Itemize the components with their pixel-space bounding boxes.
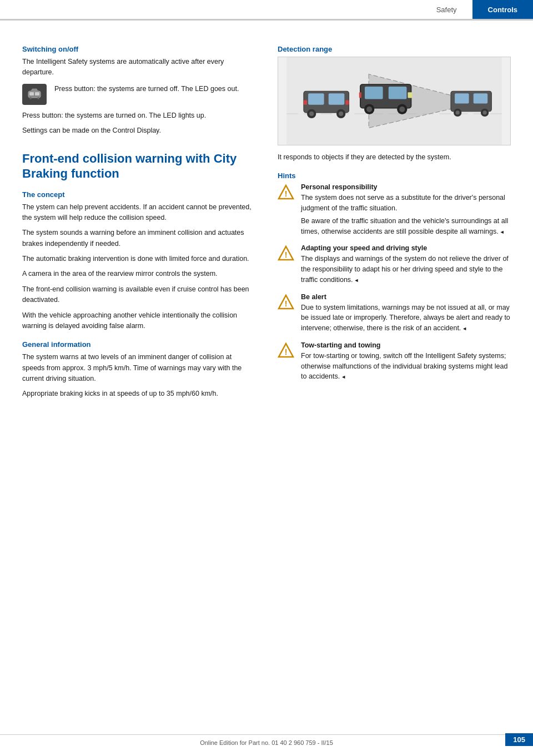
hint4-title: Tow-starting and towing <box>301 341 511 349</box>
tab-controls[interactable]: Controls <box>472 0 533 19</box>
general-text1: The system warns at two levels of an imm… <box>22 352 255 384</box>
general-info-title: General information <box>22 340 255 349</box>
hint-content-2: Adapting your speed and driving style Th… <box>301 244 511 285</box>
svg-text:!: ! <box>285 189 288 198</box>
svg-rect-2 <box>35 92 39 95</box>
left-column: Switching on/off The Intelligent Safety … <box>22 37 255 404</box>
svg-rect-19 <box>365 87 383 99</box>
svg-text:!: ! <box>285 347 288 356</box>
press-button-text2: Press button: the systems are turned on.… <box>22 110 255 121</box>
general-text2: Appropriate braking kicks in at speeds o… <box>22 389 255 399</box>
hints-title: Hints <box>278 172 511 180</box>
intelligent-safety-button-icon <box>22 84 47 105</box>
svg-point-23 <box>366 107 372 112</box>
warning-icon-3: ! <box>278 294 294 311</box>
svg-rect-17 <box>345 100 349 104</box>
hint2-title: Adapting your speed and driving style <box>301 244 511 252</box>
warning-icon-2: ! <box>278 245 294 262</box>
warning-icon-1: ! <box>278 184 294 201</box>
hint-block-2: ! Adapting your speed and driving style … <box>278 244 511 285</box>
svg-text:!: ! <box>285 299 288 308</box>
svg-rect-11 <box>329 93 345 104</box>
right-column: Detection range <box>278 37 511 404</box>
concept-text6: With the vehicle approaching another veh… <box>22 310 255 332</box>
hint1-text2: Be aware of the traffic situation and th… <box>301 216 511 237</box>
hint-block-1: ! Personal responsibility The system doe… <box>278 183 511 236</box>
warning-icon-4: ! <box>278 342 294 359</box>
concept-text2: The system sounds a warning before an im… <box>22 228 255 249</box>
car-safety-icon <box>27 87 42 102</box>
hint2-text: The displays and warnings of the system … <box>301 254 511 285</box>
switching-text1: The Intelligent Safety systems are autom… <box>22 57 255 78</box>
svg-point-3 <box>29 97 32 99</box>
hint1-title: Personal responsibility <box>301 183 511 191</box>
hint4-text: For tow-starting or towing, switch off t… <box>301 351 511 382</box>
press-button-row: Press button: the systems are turned off… <box>22 84 255 105</box>
page-footer: Online Edition for Part no. 01 40 2 960 … <box>0 734 533 746</box>
concept-text5: The front-end collision warning is avail… <box>22 284 255 306</box>
svg-point-15 <box>339 112 343 116</box>
page-number: 105 <box>505 733 533 746</box>
concept-text1: The ystem can help prevent accidents. If… <box>22 202 255 224</box>
svg-point-14 <box>309 112 314 116</box>
concept-text3: The automatic braking intervention is do… <box>22 254 255 264</box>
svg-rect-28 <box>455 93 469 103</box>
svg-rect-26 <box>359 92 361 98</box>
settings-text: Settings can be made on the Control Disp… <box>22 125 255 136</box>
detection-diagram-svg <box>278 57 510 145</box>
hint-block-3: ! Be alert Due to system limitations, wa… <box>278 293 511 334</box>
svg-point-33 <box>483 110 487 114</box>
page-header: Safety Controls <box>0 0 533 20</box>
svg-text:!: ! <box>285 250 288 259</box>
hint-content-4: Tow-starting and towing For tow-starting… <box>301 341 511 382</box>
svg-point-24 <box>399 107 405 112</box>
main-content: Switching on/off The Intelligent Safety … <box>0 21 533 437</box>
hint-content-1: Personal responsibility The system does … <box>301 183 511 236</box>
tab-controls-label: Controls <box>488 6 517 14</box>
detection-range-image <box>278 57 511 145</box>
concept-text4: A camera in the area of the rearview mir… <box>22 269 255 279</box>
tab-safety[interactable]: Safety <box>421 0 472 19</box>
svg-rect-16 <box>304 100 307 104</box>
hint1-text: The system does not serve as a substitut… <box>301 193 511 214</box>
front-end-title: Front-end collision warning with City Br… <box>22 151 255 182</box>
svg-rect-10 <box>308 93 324 104</box>
concept-title: The concept <box>22 190 255 199</box>
switching-title: Switching on/off <box>22 45 255 53</box>
svg-rect-1 <box>29 92 34 95</box>
detection-text: It responds to objects if they are detec… <box>278 152 511 163</box>
svg-point-32 <box>456 110 460 114</box>
hint3-title: Be alert <box>301 293 511 301</box>
tab-safety-label: Safety <box>436 6 457 14</box>
svg-point-4 <box>37 97 39 99</box>
footer-text: Online Edition for Part no. 01 40 2 960 … <box>200 739 333 746</box>
svg-rect-20 <box>389 87 407 99</box>
hint3-text: Due to system limitations, warnings may … <box>301 303 511 334</box>
hint-block-4: ! Tow-starting and towing For tow-starti… <box>278 341 511 382</box>
svg-rect-25 <box>408 92 412 98</box>
press-button-text: Press button: the systems are turned off… <box>54 84 239 94</box>
detection-range-title: Detection range <box>278 45 511 53</box>
hint-content-3: Be alert Due to system limitations, warn… <box>301 293 511 334</box>
svg-rect-29 <box>474 93 487 103</box>
